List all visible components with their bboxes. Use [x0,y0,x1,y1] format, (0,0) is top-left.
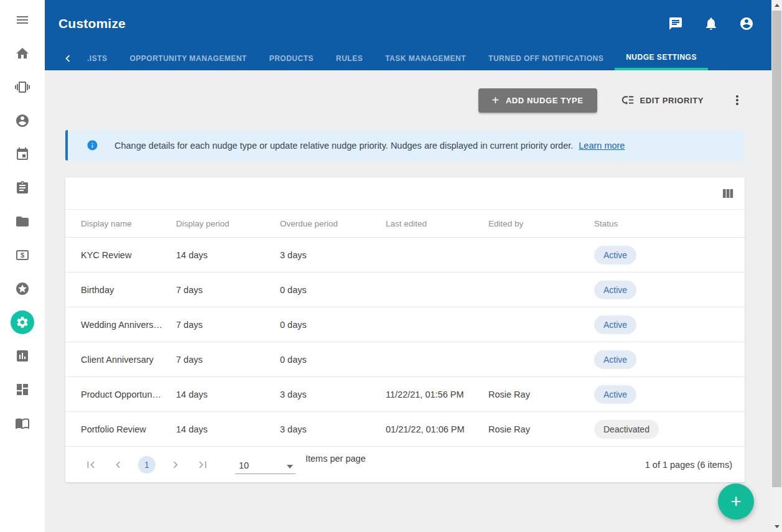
edit-priority-button[interactable]: EDIT PRIORITY [621,93,704,107]
edited-by-cell: Rosie Ray [488,424,594,434]
folder-icon[interactable] [15,214,30,229]
status-badge: Active [594,350,636,369]
sidebar: $ [0,0,45,532]
table-row[interactable]: Portfolio Review 14 days 3 days 01/21/22… [65,412,745,447]
display-name-cell: Wedding Annivers… [81,320,176,330]
scrollbar-down-icon[interactable] [771,521,782,532]
column-header-display-period: Display period [176,219,280,228]
last-page-icon[interactable] [195,457,210,472]
info-banner: Change details for each nudge type or up… [65,130,745,161]
page-title: Customize [58,16,126,31]
tab-lists[interactable]: .ISTS [76,47,119,70]
learn-more-link[interactable]: Learn more [579,141,625,151]
table-row[interactable]: Wedding Annivers… 7 days 0 days Active [65,307,745,342]
overdue-period-cell: 3 days [280,250,386,260]
tab-nudge-settings[interactable]: NUDGE SETTINGS [615,47,708,70]
clipboard-icon[interactable] [15,180,30,195]
display-name-cell: Client Anniversary [81,355,176,365]
display-period-cell: 7 days [176,320,280,330]
tab-turned-off-notifications[interactable]: TURNED OFF NOTIFICATIONS [477,47,615,70]
scrollbar-thumb[interactable] [772,11,781,487]
table-row[interactable]: Birthday 7 days 0 days Active [65,273,745,307]
money-icon[interactable]: $ [15,248,30,263]
vibration-icon[interactable] [15,80,30,95]
table-row[interactable]: Client Anniversary 7 days 0 days Active [65,342,745,377]
book-icon[interactable] [15,416,30,431]
overdue-period-cell: 0 days [280,320,386,330]
table-row[interactable]: Product Opportun… 14 days 3 days 11/22/2… [65,377,745,412]
account-icon[interactable] [739,16,754,31]
svg-text:$: $ [21,251,24,259]
fab-plus-icon: + [730,491,742,512]
items-per-page-label: Items per page [305,454,366,464]
info-icon [86,139,98,151]
display-period-cell: 7 days [176,355,280,365]
status-badge: Active [594,246,636,264]
table-row[interactable]: KYC Review 14 days 3 days Active [65,238,745,273]
column-header-edited-by: Edited by [488,219,594,228]
display-name-cell: Portfolio Review [81,424,176,434]
scrollbar-up-icon[interactable] [771,0,782,11]
main-content: + ADD NUDGE TYPE EDIT PRIORITY Change de… [45,70,771,532]
pagination-bar: 1 10 Items per page 1 of 1 pages (6 item… [65,447,745,482]
display-period-cell: 14 days [176,424,280,434]
nudge-table-card: Display name Display period Overdue peri… [65,177,745,482]
column-header-status: Status [594,219,745,228]
dropdown-caret-icon [287,465,293,469]
edited-by-cell: Rosie Ray [488,390,594,399]
page-number-button[interactable]: 1 [138,456,156,474]
tab-task-management[interactable]: TASK MANAGEMENT [374,47,477,70]
column-chooser-icon[interactable] [720,186,735,201]
tab-rules[interactable]: RULES [325,47,374,70]
overdue-period-cell: 3 days [280,390,386,399]
calendar-icon[interactable] [15,147,30,162]
person-icon[interactable] [15,113,30,128]
plus-icon: + [492,94,500,106]
display-name-cell: Product Opportun… [81,390,176,399]
add-nudge-type-label: ADD NUDGE TYPE [506,96,584,105]
settings-icon[interactable] [15,315,30,330]
window-scrollbar[interactable] [771,0,782,532]
previous-page-icon[interactable] [111,457,126,472]
bar-chart-icon[interactable] [15,348,30,363]
last-edited-cell: 01/21/22, 01:06 PM [386,424,488,434]
banner-text: Change details for each nudge type or up… [114,141,573,151]
display-name-cell: KYC Review [81,250,176,260]
column-header-display-name: Display name [81,219,176,228]
items-per-page-value: 10 [239,460,249,470]
first-page-icon[interactable] [83,457,98,472]
overdue-period-cell: 3 days [280,424,386,434]
display-name-cell: Birthday [81,285,176,295]
column-header-last-edited: Last edited [386,219,488,228]
column-header-overdue-period: Overdue period [280,219,386,228]
more-options-icon[interactable] [730,93,745,108]
overdue-period-cell: 0 days [280,355,386,365]
stars-icon[interactable] [15,281,30,296]
low-priority-icon [621,93,635,107]
tab-opportunity-management[interactable]: OPPORTUNITY MANAGEMENT [119,47,258,70]
tab-bar: .ISTS OPPORTUNITY MANAGEMENT PRODUCTS RU… [45,47,771,70]
home-icon[interactable] [15,46,30,61]
pagination-summary: 1 of 1 pages (6 items) [645,460,732,470]
status-badge: Deactivated [594,420,659,439]
last-edited-cell: 11/22/21, 01:56 PM [386,390,488,399]
tabs-scroll-left-icon[interactable] [61,47,75,70]
status-badge: Active [594,385,636,404]
add-nudge-type-button[interactable]: + ADD NUDGE TYPE [478,88,597,113]
tab-products[interactable]: PRODUCTS [258,47,325,70]
settings-active-circle [11,310,34,334]
display-period-cell: 7 days [176,285,280,295]
table-header-row: Display name Display period Overdue peri… [65,209,745,238]
dashboard-icon[interactable] [15,382,30,397]
menu-icon[interactable] [15,12,30,27]
display-period-cell: 14 days [176,250,280,260]
add-fab-button[interactable]: + [718,483,754,520]
chat-icon[interactable] [668,16,683,31]
edit-priority-label: EDIT PRIORITY [640,96,704,105]
next-page-icon[interactable] [168,457,183,472]
status-badge: Active [594,315,636,334]
bell-icon[interactable] [704,16,719,31]
items-per-page-select[interactable]: 10 [235,455,296,474]
app-header: Customize .ISTS OPPORTUNITY MANAGEMENT P… [45,0,771,70]
overdue-period-cell: 0 days [280,285,386,295]
